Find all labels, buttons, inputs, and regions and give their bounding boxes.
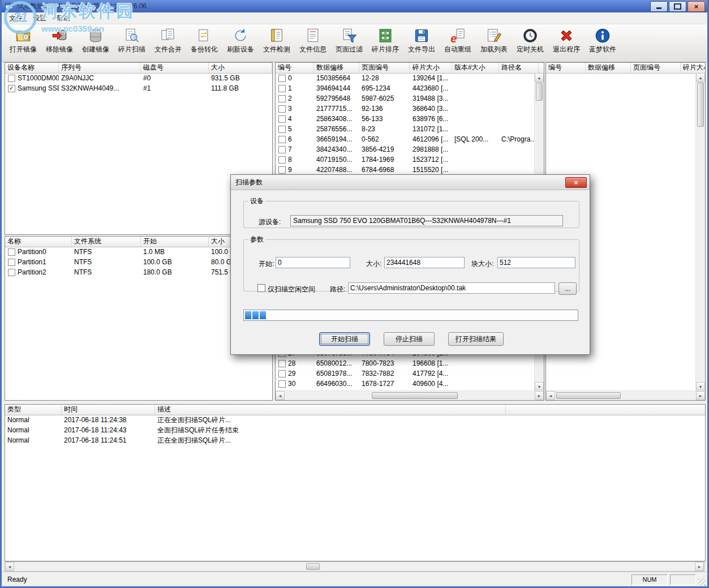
fragment-row[interactable]: 525876556...8-23131072 [1... [276,125,544,135]
remove-image-button[interactable]: 移除镜像 [41,25,78,62]
row-checkbox[interactable] [278,370,286,377]
row-checkbox[interactable] [278,380,286,388]
column-header[interactable]: 时间 [62,405,155,415]
open-results-button[interactable]: 打开扫描结果 [448,332,504,346]
fragment-row[interactable]: 738424340...3856-42192981888 [... [276,145,544,155]
column-header[interactable]: 类型 [5,405,62,415]
column-header[interactable]: 页面编号 [359,63,410,73]
close-button[interactable]: × [687,1,705,12]
scroll-left-arrow[interactable]: ◄ [546,391,555,400]
fragment-row[interactable]: 636659194...0-5624612096 [...[SQL 200...… [276,135,544,145]
menu-item-file[interactable]: 文件 [4,12,28,24]
file-check-button[interactable]: 文件检测 [259,25,295,62]
column-header[interactable]: 序列号 [59,63,141,73]
scroll-left-arrow[interactable]: ◄ [276,391,285,400]
row-checkbox[interactable] [8,259,15,266]
backup-convert-button[interactable]: 备份转化 [186,25,222,62]
menu-item-settings[interactable]: 设置 [28,12,51,24]
column-header[interactable]: 碎片大小 [681,63,705,73]
about-button[interactable]: 蓝梦软件 [585,25,621,62]
scrollbar-thumb[interactable] [556,392,621,399]
resize-grip[interactable] [698,578,706,586]
device-row[interactable]: ST1000DM003...Z9A0NJJC#0931.5 GB [5,74,272,84]
fragment-row[interactable]: 2865080012...7800-7823196608 [1... [276,359,544,369]
result-vertical-scrollbar[interactable]: ▲ ▼ [695,73,705,391]
row-checkbox[interactable] [8,248,15,256]
bottom-horizontal-scrollbar[interactable]: ◄ ► [5,561,704,572]
browse-button[interactable]: ... [558,282,577,295]
log-row[interactable]: Normal2017-06-18 11:24:51正在全面扫描SQL碎片... [5,436,705,446]
scrollbar-thumb[interactable] [697,83,704,127]
refresh-device-button[interactable]: 刷新设备 [222,25,259,62]
device-row[interactable]: ✓Samsung SSD ...S32KNWAH4049...#1111.8 G… [5,84,272,94]
minimize-button[interactable] [650,1,668,12]
scroll-down-arrow[interactable]: ▼ [696,382,705,391]
path-input[interactable] [348,282,555,294]
page-filter-button[interactable]: 页面过滤 [331,25,367,62]
fragment-scan-button[interactable]: 碎片扫描 [114,25,150,62]
size-input[interactable] [384,257,465,268]
stop-scan-button[interactable]: 停止扫描 [384,332,435,346]
load-list-button[interactable]: 加载列表 [476,25,512,62]
scroll-up-arrow[interactable]: ▲ [535,73,544,82]
row-checkbox[interactable] [278,360,286,367]
row-checkbox[interactable] [278,166,286,174]
column-header[interactable]: 开始 [141,237,209,247]
exit-button[interactable]: 退出程序 [548,25,585,62]
row-checkbox[interactable] [8,75,15,82]
row-checkbox[interactable] [278,95,286,102]
column-header[interactable]: 编号 [546,63,586,73]
scroll-down-arrow[interactable]: ▼ [535,382,544,391]
result-horizontal-scrollbar[interactable]: ◄ ► [546,390,705,400]
open-image-button[interactable]: 打开镜像 [5,25,41,62]
column-header[interactable]: 磁盘号 [141,63,209,73]
fragment-sort-button[interactable]: 碎片排序 [367,25,403,62]
fragment-row[interactable]: 015038566412-28139264 [1... [276,74,544,84]
row-checkbox[interactable] [278,105,286,113]
column-header[interactable]: 设备名称 [5,63,59,73]
fragment-row[interactable]: 25927956485987-6025319488 [3... [276,94,544,104]
row-checkbox[interactable] [278,75,286,82]
column-header[interactable]: 路径名 [499,63,539,73]
dialog-title-bar[interactable]: 扫描参数 × [231,175,590,190]
fragment-row[interactable]: 840719150...1784-19691523712 [... [276,155,544,165]
free-space-checkbox[interactable] [257,284,265,292]
row-checkbox[interactable]: ✓ [8,85,15,92]
row-checkbox[interactable] [278,146,286,153]
file-info-button[interactable]: 文件信息 [295,25,331,62]
start-scan-button[interactable]: 开始扫描 [319,332,370,346]
scrollbar-thumb[interactable] [536,83,543,101]
row-checkbox[interactable] [278,85,286,92]
fragment-row[interactable]: 425863408...56-133638976 [6... [276,114,544,125]
fragment-row[interactable]: 2965081978...7832-7882417792 [4... [276,369,544,379]
scroll-right-arrow[interactable]: ► [535,391,544,400]
title-bar[interactable]: SQL数据库碎片恢复软件 简体中文版 V6.06 × [2,0,707,12]
file-merge-button[interactable]: 文件合并 [150,25,186,62]
fragment-horizontal-scrollbar[interactable]: ◄ ► [276,390,544,400]
row-checkbox[interactable] [278,115,286,123]
fragment-row[interactable]: 321777715...92-136368640 [3... [276,104,544,114]
column-header[interactable]: 版本#大小 [452,63,499,73]
row-checkbox[interactable] [8,269,15,276]
shutdown-timer-button[interactable]: 定时关机 [512,25,548,62]
row-checkbox[interactable] [278,156,286,164]
fragment-row[interactable]: 1394694144695-12344423680 [... [276,84,544,94]
dialog-close-button[interactable]: × [565,177,587,188]
column-header[interactable]: 描述 [155,405,506,415]
start-input[interactable] [276,257,350,268]
column-header[interactable]: 数据偏移 [314,63,359,73]
scrollbar-thumb[interactable] [306,563,320,570]
column-header[interactable]: 大小 [209,63,272,73]
auto-rebuild-button[interactable]: e自动重组 [440,25,476,62]
row-checkbox[interactable] [278,126,286,133]
file-export-button[interactable]: 文件导出 [403,25,440,62]
column-header[interactable]: 编号 [276,63,314,73]
maximize-button[interactable] [669,1,686,12]
column-header[interactable]: 文件系统 [72,237,141,247]
scroll-right-arrow[interactable]: ► [696,391,705,400]
column-header[interactable]: 名称 [5,237,72,247]
log-row[interactable]: Normal2017-06-18 11:24:38正在全面扫描SQL碎片... [5,415,705,426]
fragment-row[interactable]: 3066496030...1678-1727409600 [4... [276,379,544,389]
column-header[interactable]: 页面编号 [631,63,681,73]
block-size-input[interactable] [497,257,575,268]
